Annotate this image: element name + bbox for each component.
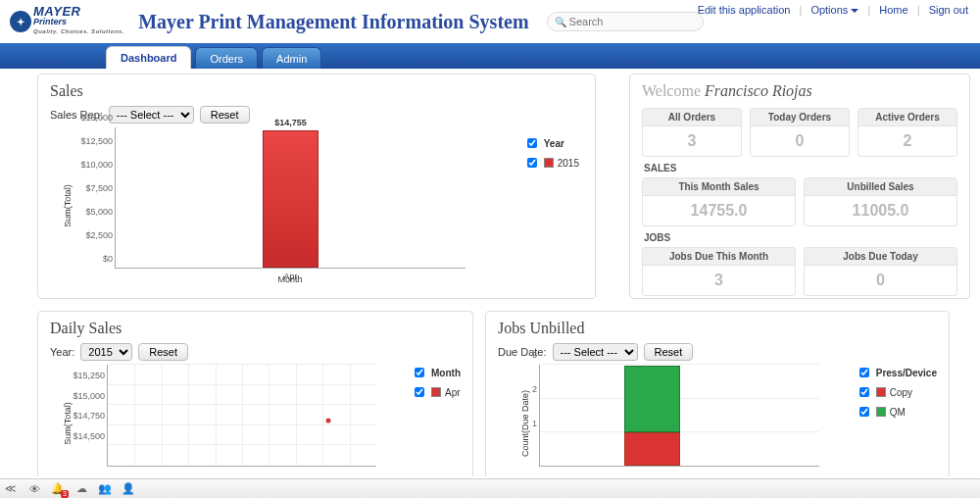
legend-month-label: Month bbox=[431, 368, 461, 378]
sales-chart: Sum(Total) $0 $2,500 $5,000 $7,500 $10,0… bbox=[50, 127, 583, 284]
sales-y-tick: $0 bbox=[103, 254, 113, 264]
legend-apr-checkbox[interactable] bbox=[415, 387, 424, 397]
app-title: Mayer Print Management Information Syste… bbox=[138, 11, 528, 33]
legend-swatch-icon bbox=[431, 387, 441, 397]
logo-name-top: MAYER bbox=[33, 7, 124, 17]
sales-panel: Sales Sales Rep: --- Select --- Reset Su… bbox=[37, 74, 596, 299]
stat-month-sales[interactable]: This Month Sales14755.0 bbox=[642, 177, 796, 226]
daily-legend: Month Apr bbox=[411, 365, 461, 404]
sales-legend: Year 2015 bbox=[523, 135, 579, 174]
welcome-title: Welcome Francisco Riojas bbox=[642, 82, 957, 100]
users-icon[interactable]: 👥 bbox=[98, 482, 112, 496]
sales-y-tick: $2,500 bbox=[85, 230, 113, 240]
daily-sales-title: Daily Sales bbox=[50, 320, 461, 337]
eye-icon[interactable]: 👁 bbox=[27, 482, 41, 496]
sales-y-tick: $10,000 bbox=[80, 160, 113, 170]
year-label: Year: bbox=[50, 346, 74, 358]
legend-2015-label: 2015 bbox=[558, 158, 579, 169]
logo: ✦ MAYER Printers Quality. Choices. Solut… bbox=[10, 7, 124, 36]
due-date-select[interactable]: --- Select --- bbox=[553, 343, 638, 361]
daily-reset-button[interactable]: Reset bbox=[138, 343, 188, 361]
stat-unbilled-sales[interactable]: Unbilled Sales11005.0 bbox=[804, 177, 957, 226]
jobs-legend: Press/Device Copy QM bbox=[856, 365, 937, 423]
stat-jobs-month[interactable]: Jobs Due This Month3 bbox=[642, 247, 796, 296]
sales-bar-apr[interactable] bbox=[263, 130, 318, 268]
daily-y-tick: $15,000 bbox=[73, 391, 105, 401]
legend-press-label: Press/Device bbox=[876, 368, 937, 378]
page-header: ✦ MAYER Printers Quality. Choices. Solut… bbox=[10, 2, 970, 41]
legend-copy-label: Copy bbox=[890, 387, 912, 398]
stat-active-orders[interactable]: Active Orders2 bbox=[858, 108, 957, 157]
search-input[interactable] bbox=[547, 12, 704, 31]
legend-year-checkbox[interactable] bbox=[527, 138, 537, 148]
alerts-icon[interactable]: 🔔3 bbox=[51, 482, 65, 496]
stat-today-orders[interactable]: Today Orders0 bbox=[750, 108, 850, 157]
sales-rep-select[interactable]: --- Select --- bbox=[109, 106, 194, 124]
welcome-sales-heading: SALES bbox=[644, 163, 957, 174]
sales-y-tick: $12,500 bbox=[80, 136, 113, 146]
welcome-panel: Welcome Francisco Riojas All Orders3 Tod… bbox=[629, 74, 970, 299]
bottom-toolbar: ≪ 👁 🔔3 ☁ 👥 👤 bbox=[0, 478, 980, 498]
legend-copy-checkbox[interactable] bbox=[859, 387, 869, 397]
logo-tagline: Quality. Choices. Solutions. bbox=[33, 26, 124, 36]
jobs-y-tick: 2 bbox=[532, 384, 537, 394]
legend-qm-label: QM bbox=[890, 407, 906, 418]
user-icon[interactable]: 👤 bbox=[122, 482, 135, 496]
legend-year-label: Year bbox=[544, 138, 564, 149]
welcome-jobs-heading: JOBS bbox=[644, 232, 957, 243]
sales-y-tick: $7,500 bbox=[85, 183, 113, 193]
sales-x-axis-label: Month bbox=[115, 274, 466, 284]
daily-y-tick: $14,500 bbox=[73, 431, 105, 441]
due-date-label: Due Date: bbox=[498, 346, 547, 358]
sales-y-tick: $5,000 bbox=[85, 207, 113, 217]
sales-panel-title: Sales bbox=[50, 82, 583, 100]
daily-data-point[interactable] bbox=[325, 418, 330, 423]
sales-bar-label: $14,755 bbox=[263, 118, 318, 127]
jobs-bar-qm[interactable] bbox=[624, 366, 680, 432]
jobs-bar-copy[interactable] bbox=[624, 432, 680, 466]
legend-swatch-icon bbox=[876, 407, 886, 417]
tab-orders[interactable]: Orders bbox=[195, 47, 258, 69]
cloud-icon[interactable]: ☁ bbox=[74, 482, 88, 496]
sales-y-tick: $15,000 bbox=[80, 113, 113, 123]
legend-qm-checkbox[interactable] bbox=[859, 407, 869, 417]
jobs-unbilled-title: Jobs Unbilled bbox=[498, 320, 937, 337]
tab-admin[interactable]: Admin bbox=[262, 47, 321, 69]
logo-emblem-icon: ✦ bbox=[10, 11, 31, 32]
legend-swatch-icon bbox=[544, 158, 554, 168]
legend-2015-checkbox[interactable] bbox=[527, 158, 537, 168]
daily-sales-panel: Daily Sales Year: 2015 Reset Sum(Total) … bbox=[37, 311, 473, 476]
tab-dashboard[interactable]: Dashboard bbox=[106, 46, 191, 69]
jobs-unbilled-panel: Jobs Unbilled Due Date: --- Select --- R… bbox=[485, 311, 950, 476]
jobs-reset-button[interactable]: Reset bbox=[644, 343, 694, 361]
search-icon: 🔍 bbox=[555, 17, 566, 27]
legend-press-checkbox[interactable] bbox=[859, 368, 869, 377]
collapse-icon[interactable]: ≪ bbox=[4, 482, 18, 496]
legend-swatch-icon bbox=[876, 387, 886, 397]
stat-all-orders[interactable]: All Orders3 bbox=[642, 108, 742, 157]
alerts-badge: 3 bbox=[61, 490, 69, 498]
year-select[interactable]: 2015 bbox=[80, 343, 132, 361]
legend-apr-label: Apr bbox=[445, 387, 461, 398]
jobs-chart: Count(Due Date) 1 2 3 Press/Device Copy … bbox=[498, 365, 937, 476]
daily-y-tick: $15,250 bbox=[73, 371, 105, 380]
main-navbar: Dashboard Orders Admin bbox=[0, 43, 980, 69]
stat-jobs-today[interactable]: Jobs Due Today0 bbox=[804, 247, 957, 296]
daily-chart: Sum(Total) $14,500 $14,750 $15,000 $15,2… bbox=[50, 365, 461, 476]
legend-month-checkbox[interactable] bbox=[415, 368, 424, 377]
jobs-y-tick: 1 bbox=[532, 419, 537, 428]
daily-y-tick: $14,750 bbox=[73, 411, 105, 421]
jobs-y-tick: 3 bbox=[532, 350, 537, 360]
sales-reset-button[interactable]: Reset bbox=[200, 106, 250, 124]
